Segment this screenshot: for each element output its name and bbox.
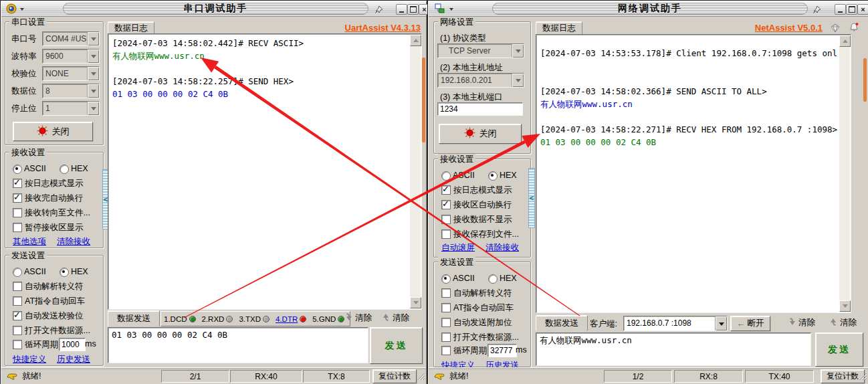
uartassist-version-link[interactable]: UartAssist V4.3.13 bbox=[345, 23, 421, 33]
right-send-input[interactable]: 有人物联网www.usr.cn bbox=[536, 332, 811, 366]
left-recv-ascii-radio[interactable] bbox=[13, 165, 22, 174]
left-send-button[interactable]: 发送 bbox=[370, 327, 423, 364]
left-log-tab[interactable]: 数据日志 bbox=[108, 21, 154, 34]
resize-grip[interactable] bbox=[416, 371, 425, 383]
left-reset-count-button[interactable]: 复位计数 bbox=[372, 369, 417, 383]
left-send-opt3-checkbox[interactable] bbox=[13, 326, 22, 335]
left-send-input[interactable]: 01 03 00 00 00 02 C4 0B bbox=[108, 327, 368, 363]
chevron-down-icon[interactable] bbox=[715, 316, 727, 330]
left-quick-define-link[interactable]: 快捷定义 bbox=[13, 354, 46, 365]
scroll-down-icon[interactable] bbox=[839, 300, 851, 312]
right-log-tab[interactable]: 数据日志 bbox=[536, 21, 582, 34]
other-options-link[interactable]: 其他选项 bbox=[13, 236, 46, 248]
gnd-led-icon bbox=[338, 316, 344, 322]
left-recv-opt1-checkbox[interactable] bbox=[13, 193, 22, 203]
left-clear-send-button[interactable]: 清除 bbox=[344, 311, 372, 325]
right-send-opt3-checkbox[interactable] bbox=[441, 332, 451, 342]
right-cycle-period-input[interactable] bbox=[487, 344, 517, 357]
right-tx-counter: TX:40 bbox=[745, 370, 814, 383]
local-host-addr-label: (2) 本地主机地址 bbox=[440, 62, 503, 74]
resize-grip[interactable] bbox=[858, 371, 867, 383]
left-data-log[interactable]: [2024-07-03 14:58:02.442]# RECV ASCII> 有… bbox=[108, 33, 422, 310]
chevron-down-icon bbox=[87, 32, 99, 45]
right-ready-status: 就绪! bbox=[434, 371, 468, 382]
com-port-select: COM4 #USI bbox=[42, 31, 100, 46]
maximize-button[interactable] bbox=[407, 4, 419, 15]
log-line: 有人物联网www.usr.cn bbox=[112, 50, 408, 62]
right-cycle-checkbox[interactable] bbox=[441, 346, 451, 355]
stopbits-label: 停止位 bbox=[11, 103, 37, 114]
netassist-app-icon[interactable] bbox=[435, 3, 445, 17]
right-send-hex-radio[interactable] bbox=[488, 274, 498, 284]
left-recv-opt2-checkbox[interactable] bbox=[13, 208, 22, 217]
right-send-opt0-checkbox[interactable] bbox=[441, 288, 451, 298]
left-log-scrollbar[interactable] bbox=[410, 35, 421, 308]
pin-dtr[interactable]: 4.DTR bbox=[276, 315, 306, 323]
bell-icon[interactable] bbox=[849, 22, 859, 35]
right-status-bar: 就绪! 1/2 RX:8 TX:40 复位计数 bbox=[429, 367, 868, 384]
pin-icon[interactable] bbox=[812, 5, 821, 17]
left-send-opt0-checkbox[interactable] bbox=[13, 282, 22, 291]
left-clear-recv-button[interactable]: 清除 bbox=[382, 311, 409, 325]
left-send-hex-radio[interactable] bbox=[60, 268, 69, 277]
txd-led-icon bbox=[263, 316, 269, 322]
left-recv-opt0-checkbox[interactable] bbox=[13, 179, 22, 188]
sc​roll-up-icon[interactable] bbox=[839, 35, 851, 47]
scroll-down-icon[interactable] bbox=[410, 297, 421, 308]
right-send-opt2-checkbox[interactable] bbox=[441, 318, 451, 327]
hand-icon bbox=[7, 371, 18, 382]
client-select[interactable]: 192.168.0.7 :1098 bbox=[623, 316, 728, 331]
left-recv-opt3-checkbox[interactable] bbox=[13, 223, 22, 232]
serial-close-button[interactable]: 关闭 bbox=[13, 122, 93, 141]
window-menu-caret-icon[interactable] bbox=[20, 8, 24, 13]
right-recv-opt1-checkbox[interactable] bbox=[441, 200, 451, 209]
local-host-port-input[interactable] bbox=[437, 102, 523, 116]
right-log-scrollbar[interactable] bbox=[839, 35, 850, 312]
right-recv-hex-radio[interactable] bbox=[488, 171, 498, 181]
left-cycle-checkbox[interactable] bbox=[13, 340, 22, 349]
pin-icon[interactable] bbox=[374, 5, 383, 17]
log-line: [2024-07-03 14:58:22.257]# SEND HEX> bbox=[112, 75, 408, 88]
right-data-log[interactable]: [2024-07-03 14:53:53.178]# Client 192.16… bbox=[536, 34, 851, 313]
left-send-ascii-radio[interactable] bbox=[13, 268, 22, 277]
close-button[interactable]: × bbox=[857, 4, 868, 15]
right-recv-opt0-checkbox[interactable] bbox=[441, 185, 451, 195]
right-clear-receive-link[interactable]: 清除接收 bbox=[485, 242, 519, 254]
right-clear-recv-button[interactable]: 清除 bbox=[829, 316, 857, 330]
right-send-opt1-checkbox[interactable] bbox=[441, 303, 451, 312]
left-history-send-link[interactable]: 历史发送 bbox=[57, 354, 90, 365]
left-send-opt2-checkbox[interactable] bbox=[13, 311, 22, 320]
right-recv-opt3-checkbox[interactable] bbox=[441, 229, 451, 239]
right-send-ascii-radio[interactable] bbox=[441, 274, 451, 284]
left-send-tab[interactable]: 数据发送 bbox=[108, 310, 160, 326]
right-recv-opt2-checkbox[interactable] bbox=[441, 215, 451, 224]
right-clear-send-button[interactable]: 清除 bbox=[788, 316, 815, 330]
scroll-up-icon[interactable] bbox=[410, 35, 421, 46]
right-send-tab[interactable]: 数据发送 bbox=[536, 315, 588, 331]
netassist-version-link[interactable]: NetAssist V5.0.1 bbox=[755, 23, 823, 33]
right-window-title: 网络调试助手 bbox=[618, 3, 682, 15]
left-ready-status: 就绪! bbox=[7, 371, 41, 382]
auto-scroll-link[interactable]: 自动滚屏 bbox=[441, 242, 475, 254]
left-titlebar[interactable]: 串口调试助手 × bbox=[1, 1, 426, 17]
window-menu-caret-icon[interactable] bbox=[449, 8, 453, 13]
right-send-button[interactable]: 发送 bbox=[815, 332, 863, 367]
right-recv-ascii-radio[interactable] bbox=[441, 171, 451, 181]
chevron-down-icon bbox=[87, 102, 99, 115]
uartassist-app-icon[interactable] bbox=[6, 3, 17, 17]
network-close-button[interactable]: 关闭 bbox=[439, 124, 522, 144]
right-collapse-handle[interactable]: < bbox=[528, 168, 535, 228]
minimize-button[interactable] bbox=[835, 4, 846, 15]
right-titlebar[interactable]: 网络调试助手 × bbox=[429, 1, 868, 17]
left-cycle-period-input[interactable] bbox=[59, 338, 86, 351]
left-recv-hex-radio[interactable] bbox=[60, 165, 69, 174]
disconnect-button[interactable]: ← 断开 bbox=[730, 316, 770, 331]
maximize-button[interactable] bbox=[846, 4, 857, 15]
left-clear-receive-link[interactable]: 清除接收 bbox=[57, 236, 90, 248]
minimize-button[interactable] bbox=[396, 4, 407, 15]
pin-txd: 3.TXD bbox=[239, 315, 269, 323]
left-send-opt1-checkbox[interactable] bbox=[13, 296, 22, 306]
dcd-led-icon bbox=[189, 316, 196, 322]
right-rx-counter: RX:8 bbox=[674, 370, 743, 383]
disconnect-arrow-icon: ← bbox=[737, 319, 746, 328]
